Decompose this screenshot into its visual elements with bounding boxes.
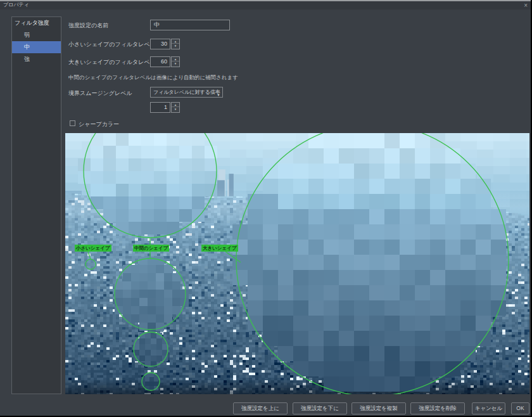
sharp-color-label: シャープカラー	[79, 120, 119, 129]
stepper-down-icon[interactable]: ▼	[172, 61, 179, 66]
smoothing-value-input[interactable]: 1	[150, 102, 170, 113]
strength-item-strong[interactable]: 強	[12, 53, 61, 65]
sharp-color-checkbox[interactable]	[70, 120, 75, 126]
shape-annotation-label: 大きいシェイプ	[201, 245, 238, 252]
large-shape-level-input[interactable]: 60	[150, 56, 170, 67]
setting-name-label: 強度設定の名前	[68, 22, 108, 30]
stepper-up-icon[interactable]: ▲	[172, 57, 179, 61]
filter-strength-root[interactable]: フィルタ強度	[12, 17, 61, 29]
filter-strength-list: フィルタ強度 弱 中 強	[11, 16, 61, 394]
shape-annotation-label: 中間のシェイプ	[133, 245, 169, 252]
properties-dialog: プロパティ × フィルタ強度 弱 中 強 強度設定の名前 中 小さいシェイプのフ…	[0, 0, 531, 416]
smoothing-mode-value: フィルタレベルに対する倍率	[153, 89, 220, 95]
interpolation-note: 中間のシェイプのフィルタレベルは画像により自動的に補間されます	[68, 74, 238, 82]
stepper-up-icon[interactable]: ▲	[172, 39, 179, 44]
duplicate-setting-button[interactable]: 強度設定を複製	[352, 402, 406, 414]
shape-annotation-label: 小さいシェイプ	[75, 245, 111, 252]
chevron-down-icon: ▼	[217, 91, 220, 98]
boundary-smoothing-label: 境界スムージングレベル	[68, 89, 132, 98]
strength-item-medium[interactable]: 中	[12, 41, 61, 53]
stepper-up-icon[interactable]: ▲	[172, 103, 179, 107]
delete-setting-button[interactable]: 強度設定を削除	[410, 402, 465, 414]
dialog-title: プロパティ	[3, 2, 29, 8]
stepper-down-icon[interactable]: ▼	[172, 44, 179, 48]
large-shape-level-stepper: ▲ ▼	[171, 56, 180, 67]
move-setting-down-button[interactable]: 強度設定を下に	[293, 402, 347, 414]
move-setting-up-button[interactable]: 強度設定を上に	[233, 402, 288, 414]
large-shape-level-label: 大きいシェイプのフィルタレベル	[68, 58, 156, 67]
small-shape-level-label: 小さいシェイプのフィルタレベル	[68, 41, 156, 49]
small-shape-level-input[interactable]: 30	[150, 39, 170, 49]
dialog-titlebar[interactable]: プロパティ ×	[0, 0, 531, 10]
filter-preview-area: 小さいシェイプ中間のシェイプ大きいシェイプ	[65, 133, 529, 394]
strength-item-weak[interactable]: 弱	[12, 29, 61, 41]
close-icon[interactable]: ×	[524, 2, 528, 9]
cancel-button[interactable]: キャンセル	[472, 402, 505, 414]
small-shape-level-stepper: ▲ ▼	[171, 39, 180, 49]
smoothing-mode-dropdown[interactable]: フィルタレベルに対する倍率 ▼	[150, 87, 223, 98]
stepper-down-icon[interactable]: ▼	[172, 107, 179, 112]
preview-image[interactable]	[65, 133, 529, 394]
smoothing-value-stepper: ▲ ▼	[171, 102, 180, 113]
setting-name-input[interactable]: 中	[150, 20, 230, 30]
ok-button[interactable]: OK	[511, 402, 529, 414]
